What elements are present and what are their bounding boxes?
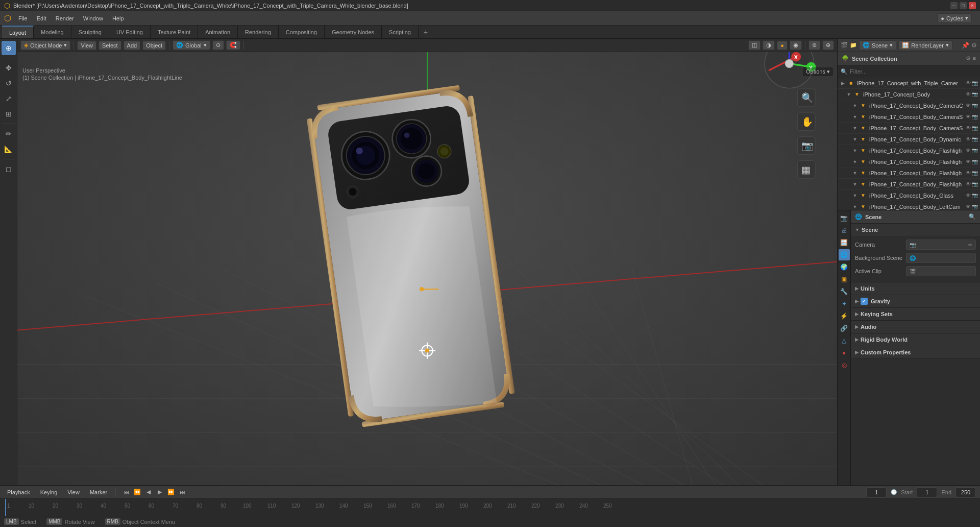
prop-tab-modifier[interactable]: 🔧 bbox=[839, 286, 850, 297]
tab-scripting[interactable]: Scripting bbox=[382, 26, 419, 38]
tree-item-body[interactable]: ▼ ▼ iPhone_17_Concept_Body 👁 📷 bbox=[838, 89, 980, 100]
object-mode-selector[interactable]: ◈ Object Mode ▾ bbox=[20, 40, 70, 50]
tab-modeling[interactable]: Modeling bbox=[34, 26, 71, 38]
active-clip-field[interactable]: 🎬 bbox=[906, 266, 976, 276]
tree-item-flashligh2[interactable]: ▼ ▼ iPhone_17_Concept_Body_Flashligh 👁 📷 bbox=[838, 156, 980, 167]
add-primitive-tool[interactable]: ◻ bbox=[2, 162, 16, 176]
render-layer-selector[interactable]: 🪟 RenderLayer ▾ bbox=[898, 40, 952, 50]
viewport-options-button[interactable]: Options ▾ bbox=[803, 67, 833, 76]
pin-icon[interactable]: 📌 bbox=[962, 42, 969, 49]
canvas-area[interactable]: X Y Z 🔍 bbox=[17, 52, 837, 485]
overlay-toggle[interactable]: ⊚ bbox=[808, 40, 820, 50]
rigid-body-section-header[interactable]: ▶ Rigid Body World bbox=[851, 333, 980, 346]
tab-animation[interactable]: Animation bbox=[198, 26, 238, 38]
tree-item-cameras2[interactable]: ▼ ▼ iPhone_17_Concept_Body_CameraS 👁 📷 bbox=[838, 123, 980, 134]
viewport-shading-rendered[interactable]: ◉ bbox=[790, 40, 802, 50]
tree-item-glass[interactable]: ▼ ▼ iPhone_17_Concept_Body_Glass 👁 📷 bbox=[838, 190, 980, 201]
add-workspace-button[interactable]: + bbox=[419, 26, 433, 38]
jump-start-button[interactable]: ⏮ bbox=[121, 487, 131, 497]
tree-item-camerac[interactable]: ▼ ▼ iPhone_17_Concept_Body_CameraC 👁 📷 bbox=[838, 100, 980, 111]
cursor-tool[interactable]: ⊕ bbox=[2, 41, 16, 55]
menu-file[interactable]: File bbox=[14, 14, 32, 23]
gravity-section-header[interactable]: ▶ ✓ Gravity bbox=[851, 295, 980, 307]
view-menu-timeline[interactable]: View bbox=[64, 488, 83, 496]
viewport-shading-solid[interactable]: ◑ bbox=[763, 40, 775, 50]
move-tool[interactable]: ✥ bbox=[2, 61, 16, 75]
camera-icon[interactable]: 📷 bbox=[972, 80, 978, 86]
prev-keyframe-button[interactable]: ⏪ bbox=[132, 487, 142, 497]
prop-search-icon[interactable]: 🔍 bbox=[969, 213, 976, 220]
viewport-shading-material[interactable]: ● bbox=[777, 41, 788, 50]
view-menu[interactable]: View bbox=[77, 41, 96, 50]
outliner-filter-icon[interactable]: ⚙ bbox=[966, 55, 971, 62]
prop-tab-data[interactable]: △ bbox=[839, 335, 850, 346]
start-frame-field[interactable]: 1 bbox=[917, 487, 937, 497]
prop-tab-scene[interactable]: 🌐 bbox=[839, 249, 850, 260]
prop-tab-particles[interactable]: ✦ bbox=[839, 298, 850, 309]
playback-menu[interactable]: Playback bbox=[4, 488, 33, 496]
tab-uv-editing[interactable]: UV Editing bbox=[109, 26, 151, 38]
prop-tab-object[interactable]: ▣ bbox=[839, 274, 850, 285]
scale-tool[interactable]: ⤢ bbox=[2, 91, 16, 106]
rotate-tool[interactable]: ↺ bbox=[2, 76, 16, 90]
engine-selector[interactable]: ● Cycles ▾ bbox=[937, 13, 972, 23]
outliner-search-input[interactable] bbox=[850, 68, 977, 75]
keying-sets-header[interactable]: ▶ Keying Sets bbox=[851, 308, 980, 320]
background-scene-field[interactable]: 🌐 bbox=[906, 253, 976, 263]
timeline-track[interactable]: 1 10 20 30 40 50 60 70 80 90 100 110 120… bbox=[0, 499, 980, 516]
tree-item-flashligh1[interactable]: ▼ ▼ iPhone_17_Concept_Body_Flashligh 👁 📷 bbox=[838, 145, 980, 156]
annotate-tool[interactable]: ✏ bbox=[2, 127, 16, 141]
maximize-button[interactable]: □ bbox=[960, 2, 967, 9]
prop-tab-output[interactable]: 🖨 bbox=[839, 225, 850, 236]
menu-edit[interactable]: Edit bbox=[33, 14, 51, 23]
tab-layout[interactable]: Layout bbox=[2, 26, 34, 38]
tree-item-dynamic[interactable]: ▼ ▼ iPhone_17_Concept_Body_Dynamic 👁 📷 bbox=[838, 134, 980, 145]
tree-item-cameras1[interactable]: ▼ ▼ iPhone_17_Concept_Body_CameraS 👁 📷 bbox=[838, 111, 980, 123]
tree-item-flashligh4[interactable]: ▼ ▼ iPhone_17_Concept_Body_Flashligh 👁 📷 bbox=[838, 179, 980, 190]
transform-pivot[interactable]: ⊙ bbox=[212, 40, 224, 50]
viewport-shading-wireframe[interactable]: ◫ bbox=[748, 40, 761, 50]
viewport[interactable]: ◈ Object Mode ▾ View Select Add Object 🌐… bbox=[17, 39, 837, 485]
scene-selector[interactable]: 🌐 Scene ▾ bbox=[859, 40, 896, 50]
minimize-button[interactable]: ─ bbox=[950, 2, 958, 9]
close-button[interactable]: ✕ bbox=[969, 2, 976, 9]
current-frame-field[interactable]: 1 bbox=[866, 487, 887, 497]
add-menu[interactable]: Add bbox=[124, 41, 141, 50]
tab-rendering[interactable]: Rendering bbox=[238, 26, 279, 38]
outliner-options-icon[interactable]: ≡ bbox=[973, 55, 976, 62]
custom-props-header[interactable]: ▶ Custom Properties bbox=[851, 346, 980, 358]
audio-section-header[interactable]: ▶ Audio bbox=[851, 321, 980, 333]
eye-icon[interactable]: 👁 bbox=[966, 80, 971, 86]
select-menu[interactable]: Select bbox=[99, 41, 121, 50]
tab-sculpting[interactable]: Sculpting bbox=[71, 26, 109, 38]
prop-tab-world[interactable]: 🌍 bbox=[839, 261, 850, 273]
blender-icon[interactable]: ⬡ bbox=[4, 13, 11, 23]
tree-item-root[interactable]: ▶ ■ iPhone_17_Concept_with_Triple_Camer … bbox=[838, 78, 980, 89]
menu-window[interactable]: Window bbox=[79, 14, 107, 23]
play-reverse-button[interactable]: ◀ bbox=[143, 487, 154, 497]
keying-menu[interactable]: Keying bbox=[37, 488, 61, 496]
prop-tab-constraints[interactable]: 🔗 bbox=[839, 323, 850, 334]
tree-item-leftcam[interactable]: ▼ ▼ iPhone_17_Concept_Body_LeftCam 👁 📷 bbox=[838, 201, 980, 210]
prop-tab-material[interactable]: ● bbox=[839, 347, 850, 358]
filter-icon[interactable]: ⚙ bbox=[971, 42, 977, 49]
next-keyframe-button[interactable]: ⏩ bbox=[166, 487, 176, 497]
camera-edit-icon[interactable]: ✏ bbox=[968, 242, 972, 248]
tab-compositing[interactable]: Compositing bbox=[279, 26, 325, 38]
transform-tool[interactable]: ⊞ bbox=[2, 107, 16, 121]
jump-end-button[interactable]: ⏭ bbox=[177, 487, 187, 497]
end-frame-field[interactable]: 250 bbox=[955, 487, 976, 497]
camera-value-field[interactable]: 📷 ✏ bbox=[906, 239, 976, 250]
object-menu[interactable]: Object bbox=[142, 41, 166, 50]
scene-section-header[interactable]: ▼ Scene bbox=[851, 224, 980, 236]
marker-menu[interactable]: Marker bbox=[87, 488, 110, 496]
gizmo-toggle[interactable]: ⊕ bbox=[822, 40, 834, 50]
menu-help[interactable]: Help bbox=[108, 14, 128, 23]
prop-tab-view-layer[interactable]: 🪟 bbox=[839, 237, 850, 248]
measure-tool[interactable]: 📐 bbox=[2, 142, 16, 156]
transform-orientation[interactable]: 🌐 Global ▾ bbox=[173, 40, 210, 50]
snap-menu[interactable]: 🧲 bbox=[226, 40, 240, 50]
tab-geometry-nodes[interactable]: Geometry Nodes bbox=[325, 26, 382, 38]
gravity-checkbox[interactable]: ✓ bbox=[861, 298, 868, 305]
tree-item-flashligh3[interactable]: ▼ ▼ iPhone_17_Concept_Body_Flashligh 👁 📷 bbox=[838, 167, 980, 179]
